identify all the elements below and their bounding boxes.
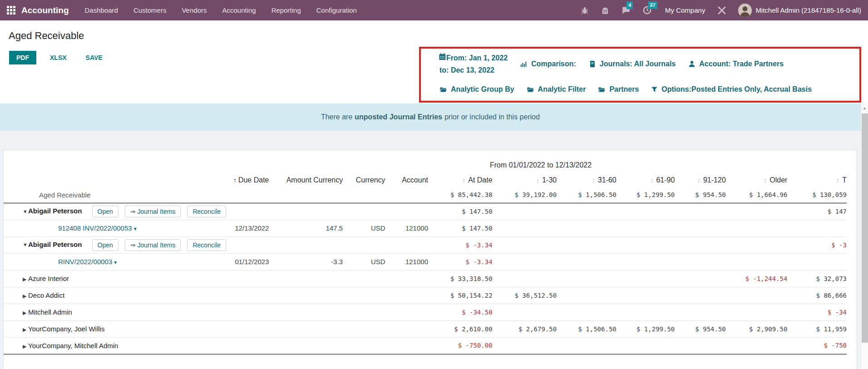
upgrade-bag-icon[interactable] [601, 6, 609, 15]
partner-name[interactable]: YourCompany, Joel Willis [28, 325, 104, 333]
partner-name[interactable]: Abigail Peterson [28, 240, 82, 248]
account-cell: 121000 [385, 220, 428, 236]
at-date-amount: $ 2,610.00 [428, 320, 493, 337]
comparison-label: Comparison: [531, 60, 576, 68]
vertical-scrollbar[interactable]: ▲ [861, 103, 868, 369]
reconcile-button[interactable]: Reconcile [187, 206, 226, 217]
caret-right-icon[interactable]: ▶ [4, 310, 28, 316]
caret-down-icon[interactable]: ▼ [4, 242, 28, 247]
journal-items-label: Journal Items [137, 208, 175, 215]
unposted-journal-entries-link[interactable]: unposted Journal Entries [355, 113, 442, 121]
1-30-amount: $ 36,512.50 [493, 287, 557, 304]
journal-items-button[interactable]: ⇒ Journal Items [125, 239, 181, 251]
menu-reporting[interactable]: Reporting [271, 6, 301, 14]
col-at-date[interactable]: ↕At Date [428, 173, 493, 187]
col-currency[interactable]: Currency [343, 173, 385, 187]
account-label: Account: Trade Partners [699, 60, 784, 68]
tools-icon[interactable] [717, 6, 726, 15]
partner-name[interactable]: Azure Interior [28, 275, 69, 282]
journal-items-button[interactable]: ⇒ Journal Items [125, 206, 181, 217]
31-60-amount: $ 1,506.50 [557, 320, 616, 337]
scrollbar-thumb[interactable] [862, 113, 868, 343]
apps-grid-icon[interactable] [7, 6, 15, 15]
pdf-button[interactable]: PDF [9, 51, 36, 64]
table-row: ▶YourCompany, Mitchell Admin $ -750.00 $… [4, 337, 847, 354]
91-120-amount: $ 954.50 [675, 320, 725, 337]
col-total[interactable]: ↕T [787, 173, 847, 187]
top-navbar: Accounting Dashboard Customers Vendors A… [0, 0, 868, 20]
sort-both-icon: ↕ [536, 177, 539, 184]
caret-right-icon[interactable]: ▶ [4, 293, 28, 299]
caret-right-icon[interactable]: ▶ [4, 276, 28, 282]
col-31-60[interactable]: ↕31-60 [557, 173, 616, 187]
due-date-cell: 12/13/2022 [228, 220, 269, 236]
period-column-header: From 01/01/2022 to 12/13/2022 [450, 161, 631, 169]
table-row: 912408 INV/2022/00053▾ 12/13/2022 147.5 … [4, 220, 847, 236]
dropdown-caret-icon: ▾ [134, 226, 137, 232]
col-61-90[interactable]: ↕61-90 [616, 173, 675, 187]
date-filter[interactable]: From: Jan 1, 2022 to: Dec 13, 2022 [439, 52, 508, 76]
total-91-120: $ 954.50 [675, 187, 725, 203]
partner-name[interactable]: Mitchell Admin [28, 308, 72, 316]
col-due-date[interactable]: ↑Due Date [228, 173, 269, 187]
col-total-label: T [842, 176, 847, 184]
caret-down-icon[interactable]: ▼ [4, 209, 28, 214]
col-1-30[interactable]: ↕1-30 [493, 173, 557, 187]
61-90-amount: $ 1,299.50 [616, 320, 675, 337]
bug-icon[interactable] [581, 6, 589, 15]
analytic-filter[interactable]: Analytic Filter [527, 85, 586, 93]
journal-entry-link[interactable]: RINV/2022/00003▾ [58, 258, 117, 266]
col-91-120[interactable]: ↕91-120 [675, 173, 725, 187]
journal-items-label: Journal Items [137, 241, 175, 249]
col-account[interactable]: Account [385, 173, 428, 187]
col-amount-currency[interactable]: Amount Currency [269, 173, 343, 187]
menu-configuration[interactable]: Configuration [316, 6, 357, 14]
xlsx-button[interactable]: XLSX [44, 51, 72, 64]
table-row: ▶Azure Interior $ 33,318.50 $ -1,244.54 … [4, 270, 847, 287]
comparison-filter[interactable]: Comparison: [520, 60, 576, 68]
scroll-up-arrow-icon[interactable]: ▲ [861, 103, 868, 110]
analytic-group-by-filter[interactable]: Analytic Group By [439, 85, 514, 93]
menu-customers[interactable]: Customers [133, 6, 167, 14]
options-filter[interactable]: Options:Posted Entries Only, Accrual Bas… [651, 85, 812, 93]
partners-filter[interactable]: Partners [598, 85, 639, 93]
activities-clock-icon[interactable]: 37 [643, 6, 651, 15]
sort-both-icon: ↕ [650, 177, 653, 184]
reconcile-button[interactable]: Reconcile [187, 239, 226, 251]
company-switcher[interactable]: My Company [665, 6, 705, 14]
account-cell: 121000 [385, 253, 428, 270]
messages-badge: 4 [626, 1, 633, 9]
open-button[interactable]: Open [92, 206, 118, 217]
filter-row-1: From: Jan 1, 2022 to: Dec 13, 2022 Compa… [439, 50, 784, 78]
folder-open-icon [598, 86, 606, 93]
messages-icon[interactable]: 4 [621, 6, 631, 15]
at-date-amount: $ -750.00 [428, 337, 493, 354]
menu-dashboard[interactable]: Dashboard [85, 6, 118, 14]
current-app-name[interactable]: Accounting [21, 5, 69, 15]
caret-right-icon[interactable]: ▶ [4, 344, 28, 349]
user-menu[interactable]: Mitchell Admin (21847185-16-0-all) [755, 6, 861, 14]
older-amount: $ -1,244.54 [726, 270, 788, 287]
partner-name[interactable]: Deco Addict [28, 291, 64, 299]
save-button[interactable]: SAVE [80, 51, 108, 64]
journal-entry-link[interactable]: 912408 INV/2022/00053▾ [58, 224, 137, 232]
user-avatar[interactable] [738, 4, 752, 17]
caret-right-icon[interactable]: ▶ [4, 327, 28, 333]
sort-both-icon: ↕ [764, 177, 767, 184]
col-at-date-label: At Date [468, 176, 492, 184]
partner-name[interactable]: YourCompany, Mitchell Admin [28, 342, 118, 349]
open-button[interactable]: Open [92, 239, 118, 251]
journals-filter[interactable]: Journals: All Journals [589, 60, 676, 68]
table-row: ▼Abigail Peterson Open⇒ Journal ItemsRec… [4, 203, 847, 220]
double-arrow-icon: ⇒ [130, 241, 136, 249]
menu-accounting[interactable]: Accounting [222, 6, 256, 14]
partner-name[interactable]: Abigail Peterson [28, 207, 82, 215]
account-filter[interactable]: Account: Trade Partners [688, 60, 784, 68]
main-menu: Dashboard Customers Vendors Accounting R… [85, 6, 357, 14]
col-older[interactable]: ↕Older [726, 173, 788, 187]
due-date-cell: 01/12/2023 [228, 253, 269, 270]
analytic-group-by-label: Analytic Group By [451, 85, 514, 93]
filter-row-2: Analytic Group By Analytic Filter Partne… [439, 83, 812, 96]
partners-label: Partners [609, 85, 639, 93]
menu-vendors[interactable]: Vendors [182, 6, 207, 14]
